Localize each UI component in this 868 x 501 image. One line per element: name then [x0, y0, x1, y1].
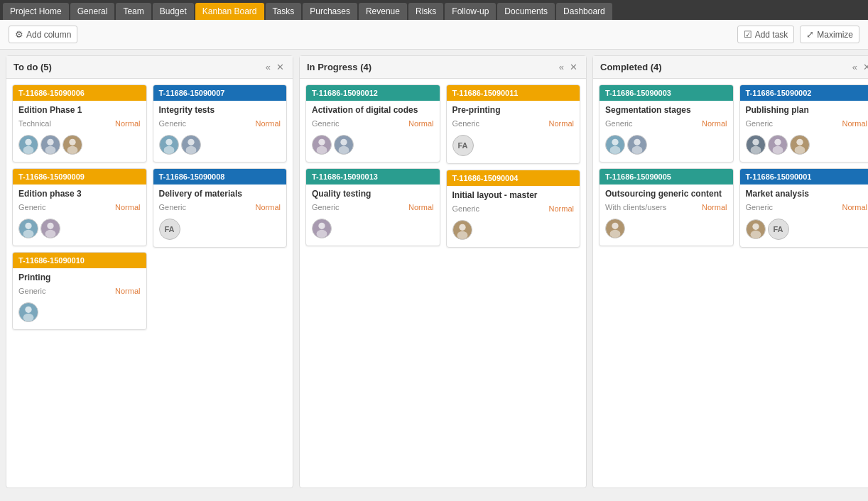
gear-icon: ⚙ [15, 29, 23, 40]
card-avatars [746, 132, 868, 158]
nav-tab-risks[interactable]: Risks [408, 3, 443, 20]
svg-point-35 [794, 146, 805, 154]
column-collapse-button[interactable]: « [264, 62, 272, 72]
kanban-card[interactable]: T-11686-15090008Delivery of materialsGen… [153, 168, 288, 248]
card-avatars [605, 132, 727, 158]
kanban-card[interactable]: T-11686-15090012Activation of digital co… [305, 84, 440, 163]
column-collapse-button[interactable]: « [558, 62, 565, 72]
card-category: Generic [159, 119, 187, 128]
column-close-button[interactable]: ✕ [568, 62, 579, 72]
kanban-card[interactable]: T-11686-15090001Market analysisGenericNo… [739, 168, 869, 248]
svg-point-12 [166, 139, 172, 145]
svg-point-20 [318, 223, 325, 229]
nav-tab-revenue[interactable]: Revenue [359, 3, 407, 20]
sub-column-left: T-11686-15090003Segmentation stagesGener… [599, 84, 734, 482]
sub-column-left: T-11686-15090012Activation of digital co… [305, 84, 440, 482]
card-id: T-11686-15090012 [306, 85, 440, 101]
card-id: T-11686-15090006 [13, 85, 146, 101]
svg-point-4 [69, 139, 75, 145]
card-avatars [18, 132, 141, 158]
svg-point-6 [25, 223, 31, 229]
add-column-button[interactable]: ⚙ Add column [9, 26, 77, 43]
kanban-card[interactable]: T-11686-15090004Initial layout - masterG… [446, 170, 581, 248]
svg-point-31 [750, 146, 761, 154]
column-header: To do (5)«✕ [6, 56, 293, 79]
svg-point-28 [612, 223, 618, 229]
svg-point-14 [188, 139, 194, 145]
kanban-card[interactable]: T-11686-15090009Edition phase 3GenericNo… [12, 168, 147, 246]
card-title: Segmentation stages [605, 105, 727, 115]
svg-point-11 [23, 314, 34, 321]
kanban-card[interactable]: T-11686-15090007Integrity testsGenericNo… [153, 84, 288, 163]
card-id: T-11686-15090005 [600, 169, 733, 185]
card-id: T-11686-15090013 [306, 169, 440, 185]
svg-point-10 [25, 307, 31, 313]
card-title: Quality testing [312, 189, 434, 199]
svg-point-26 [634, 139, 640, 145]
svg-point-24 [612, 139, 618, 145]
column-title: In Progress (4) [307, 62, 371, 72]
maximize-icon: ⤢ [806, 29, 814, 40]
avatar [452, 220, 472, 240]
kanban-card[interactable]: T-11686-15090006Edition Phase 1Technical… [12, 84, 147, 163]
avatar: FA [768, 219, 789, 240]
nav-tab-kanban-board[interactable]: Kanban Board [195, 3, 264, 20]
kanban-card[interactable]: T-11686-15090005Outsourcing generic cont… [599, 168, 734, 246]
nav-tab-team[interactable]: Team [116, 3, 151, 20]
kanban-card[interactable]: T-11686-15090013Quality testingGenericNo… [305, 168, 440, 246]
nav-tab-project-home[interactable]: Project Home [3, 3, 69, 20]
svg-point-18 [340, 139, 347, 145]
svg-point-1 [23, 146, 34, 154]
nav-tab-general[interactable]: General [70, 3, 115, 20]
svg-point-34 [796, 139, 803, 145]
avatar [605, 219, 625, 238]
avatar [312, 135, 332, 155]
card-priority: Normal [115, 203, 140, 211]
card-category: Technical [18, 119, 51, 128]
kanban-card[interactable]: T-11686-15090003Segmentation stagesGener… [599, 84, 734, 163]
maximize-label: Maximize [817, 30, 853, 40]
maximize-button[interactable]: ⤢ Maximize [800, 26, 859, 43]
column-header: In Progress (4)«✕ [300, 56, 586, 79]
avatar [63, 135, 82, 155]
card-title: Outsourcing generic content [605, 189, 727, 199]
nav-tab-budget[interactable]: Budget [153, 3, 194, 20]
svg-point-19 [339, 146, 349, 154]
add-task-button[interactable]: ☑ Add task [737, 26, 795, 43]
column-close-button[interactable]: ✕ [275, 62, 286, 72]
svg-point-9 [45, 230, 56, 238]
card-id: T-11686-15090010 [13, 253, 146, 268]
avatar [768, 135, 788, 155]
column-title: To do (5) [13, 62, 52, 72]
svg-point-2 [47, 139, 53, 145]
kanban-card[interactable]: T-11686-15090010PrintingGenericNormal [12, 252, 147, 330]
card-title: Publishing plan [746, 105, 868, 115]
column-body: T-11686-15090003Segmentation stagesGener… [593, 79, 868, 488]
svg-point-13 [163, 146, 174, 154]
kanban-card[interactable]: T-11686-15090011Pre-printingGenericNorma… [446, 84, 581, 164]
avatar: FA [452, 135, 474, 156]
card-category: Generic [18, 203, 46, 211]
column-collapse-button[interactable]: « [851, 62, 859, 72]
svg-point-8 [47, 223, 53, 229]
nav-tab-tasks[interactable]: Tasks [266, 3, 302, 20]
top-navigation: Project HomeGeneralTeamBudgetKanban Boar… [0, 0, 868, 20]
nav-tab-documents[interactable]: Documents [497, 3, 555, 20]
svg-point-5 [67, 146, 78, 154]
card-priority: Normal [549, 119, 574, 128]
avatar [40, 135, 60, 155]
avatar [40, 219, 60, 238]
card-category: Generic [746, 119, 774, 128]
column-close-button[interactable]: ✕ [862, 62, 868, 72]
card-avatars [312, 132, 434, 158]
nav-tab-dashboard[interactable]: Dashboard [556, 3, 612, 20]
toolbar: ⚙ Add column ☑ Add task ⤢ Maximize [0, 20, 868, 50]
kanban-card[interactable]: T-11686-15090002Publishing planGenericNo… [739, 84, 869, 163]
svg-point-17 [317, 146, 327, 154]
avatar [181, 135, 201, 155]
svg-point-15 [185, 146, 196, 154]
nav-tab-purchases[interactable]: Purchases [303, 3, 357, 20]
card-id: T-11686-15090002 [740, 85, 869, 101]
nav-tab-follow-up[interactable]: Follow-up [445, 3, 496, 20]
card-title: Activation of digital codes [312, 105, 434, 115]
